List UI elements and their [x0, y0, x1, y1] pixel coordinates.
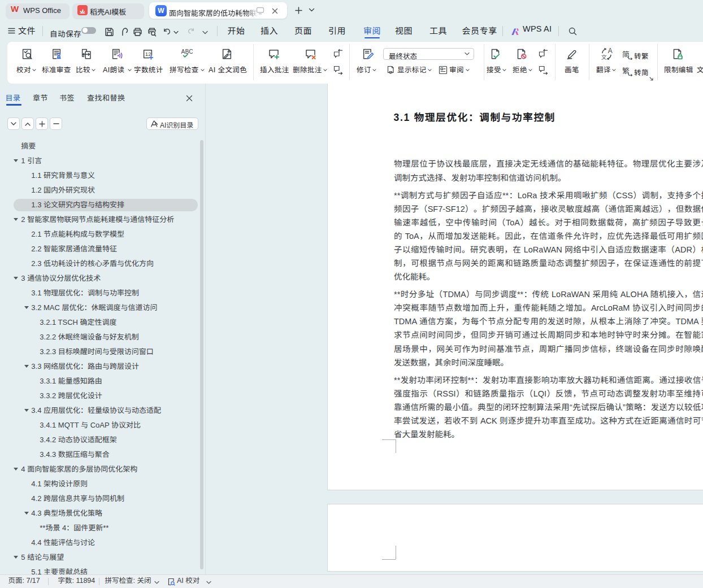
svg-text:ABC: ABC: [181, 49, 193, 55]
svg-text:文: 文: [601, 52, 606, 60]
svg-text:A: A: [607, 47, 612, 55]
